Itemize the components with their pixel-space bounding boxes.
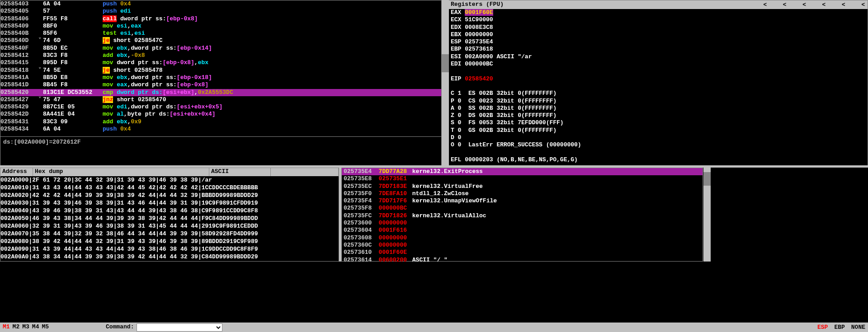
stack-row[interactable]: 025735F47DD717F6 kernel32.UnmapViewOfFil… <box>342 197 703 205</box>
hex-row[interactable]: 002A0060|32 39 31 39|43 39 46 39|38 39 3… <box>0 222 339 230</box>
stack-panel[interactable]: 025735E47DD77A28 kernel32.ExitProcess025… <box>341 168 703 262</box>
command-label: Command: <box>106 323 134 332</box>
stack-row[interactable]: 0257361400600200 ASCII "/ " <box>342 257 703 264</box>
disasm-row[interactable]: 02585415 895D F8mov dword ptr ss:[ebp-0x… <box>0 59 441 66</box>
registers-panel[interactable]: Registers (FPU) < < < < < < EAX 0001F60E… <box>448 0 868 167</box>
flag-row[interactable]: Z 0 DS 002B 32bit 0(FFFFFFFF) <box>451 112 865 119</box>
register-row[interactable]: EDI 000000BC <box>451 61 865 68</box>
hex-row[interactable]: 002A0070|35 38 44 39|32 39 32 38|46 44 3… <box>0 230 339 238</box>
disasm-row[interactable]: 02585431 83C3 09add ebx,0x9 <box>0 118 441 126</box>
hex-row[interactable]: 002A0020|42 42 42 44|44 39 39 39|38 39 4… <box>0 192 339 199</box>
stack-row[interactable]: 025735E8025735E1 <box>342 175 703 182</box>
command-input[interactable] <box>137 323 222 332</box>
disasm-row[interactable]: 02585429 8B7C1E 05mov edi,dword ptr ds:[… <box>0 103 441 111</box>
register-row[interactable]: ESI 002A0000 ASCII "/ar <box>451 53 865 61</box>
ebp-indicator[interactable]: EBP <box>834 324 844 331</box>
flag-row[interactable]: P 0 CS 0023 32bit 0(FFFFFFFF) <box>451 98 865 105</box>
disassembly-panel[interactable]: 02585403 6A 04push 0x402585405 57push ed… <box>0 0 442 137</box>
flag-row[interactable]: D 0 <box>451 134 865 141</box>
stack-row[interactable]: 025735F07DE8FA10 ntdll_12.ZwClose <box>342 190 703 197</box>
disasm-row[interactable]: 0258540D˅74 6Dje short 0258547C <box>0 37 441 44</box>
disasm-row[interactable]: 02585409 8BF0mov esi,eax <box>0 23 441 30</box>
disasm-row[interactable]: 02585403 6A 04push 0x4 <box>0 0 441 8</box>
disasm-row[interactable]: 02585405 57push edi <box>0 8 441 15</box>
chevron-left-icon[interactable]: < <box>822 1 826 8</box>
chevron-left-icon[interactable]: < <box>802 1 806 8</box>
hex-row[interactable]: 002A0030|31 39 43 39|46 39 38 39|31 43 4… <box>0 199 339 207</box>
register-row[interactable]: ESP 025735E4 <box>451 38 865 46</box>
hex-row[interactable]: 002A00A0|43 38 34 44|44 39 39 39|38 39 4… <box>0 253 339 261</box>
registers-title: Registers (FPU) < < < < < < <box>448 0 868 9</box>
stack-row[interactable]: 025736040001F616 <box>342 227 703 234</box>
stack-row[interactable]: 025735F8000000BC <box>342 205 703 212</box>
disasm-row[interactable]: 0258541D 8B45 F8mov eax,dword ptr ss:[eb… <box>0 81 441 89</box>
register-row[interactable]: ECX 51C90000 <box>451 16 865 23</box>
stack-row[interactable]: 0257360C00000000 <box>342 242 703 249</box>
disasm-row[interactable]: 02585412 83C3 F8add ebx,-0x8 <box>0 52 441 59</box>
stack-row[interactable]: 025735FC7DD71826 kernel32.VirtualAlloc <box>342 212 703 220</box>
disasm-row[interactable]: 0258541A 8B5D E8mov ebx,dword ptr ss:[eb… <box>0 74 441 81</box>
hex-row[interactable]: 002A0080|38 39 42 44|44 44 32 39|31 39 4… <box>0 238 339 245</box>
flag-row[interactable]: O 0 LastErr ERROR_SUCCESS (00000000) <box>451 141 865 149</box>
marker-m4[interactable]: M4 <box>32 323 39 332</box>
register-row[interactable]: EBP 02573618 <box>451 46 865 53</box>
hex-row[interactable]: 002A0050|46 39 43 38|34 44 44 39|39 39 3… <box>0 215 339 222</box>
disasm-row[interactable]: 02585420 813C1E DC53552cmp dword ptr ds:… <box>0 89 441 96</box>
status-bar: M1 M2 M3 M4 M5 Command: ESP EBP NONE <box>0 323 868 332</box>
nav-arrows[interactable]: < < < < < < <box>750 1 865 9</box>
stack-row[interactable]: 025735E47DD77A28 kernel32.ExitProcess <box>342 168 703 175</box>
chevron-left-icon[interactable]: < <box>763 1 767 8</box>
stack-row[interactable]: 025735EC7DD7183E kernel32.VirtualFree <box>342 183 703 190</box>
flag-row[interactable]: A 0 SS 002B 32bit 0(FFFFFFFF) <box>451 105 865 112</box>
flag-row[interactable]: S 0 FS 0053 32bit 7EFDD000(FFF) <box>451 119 865 126</box>
marker-m3[interactable]: M3 <box>22 323 29 332</box>
hexdump-header: Address Hex dump ASCII <box>0 168 339 176</box>
hexdump-panel[interactable]: Address Hex dump ASCII 002A0000|2F 61 72… <box>0 168 339 262</box>
chevron-left-icon[interactable]: < <box>783 1 787 8</box>
marker-m2[interactable]: M2 <box>13 323 20 332</box>
esp-indicator[interactable]: ESP <box>817 324 828 331</box>
chevron-left-icon[interactable]: < <box>842 1 845 8</box>
hex-row[interactable]: 002A0000|2F 61 72 20|3C 44 32 39|31 39 4… <box>0 176 339 184</box>
hex-row[interactable]: 002A0040|43 39 46 39|38 39 31 43|43 44 4… <box>0 207 339 215</box>
hex-row[interactable]: 002A0010|31 43 43 44|44 43 43 43|42 44 4… <box>0 184 339 192</box>
disasm-row[interactable]: 0258540B 85F6test esi,esi <box>0 30 441 37</box>
register-row[interactable]: EDX 0008E3C8 <box>451 24 865 31</box>
scrollbar[interactable] <box>703 168 711 262</box>
scrollbar[interactable] <box>442 0 449 167</box>
disasm-row[interactable]: 0258540F 8B5D ECmov ebx,dword ptr ss:[eb… <box>0 45 441 52</box>
register-row[interactable]: EBX 00000000 <box>451 31 865 38</box>
disasm-row[interactable]: 02585406 FF55 F8call dword ptr ss:[ebp-0… <box>0 15 441 23</box>
chevron-left-icon[interactable]: < <box>861 1 865 8</box>
marker-m1[interactable]: M1 <box>3 323 10 332</box>
disasm-row[interactable]: 02585418˅74 5Eje short 02585478 <box>0 67 441 74</box>
disasm-row[interactable]: 02585427˅75 47jnz short 02585470 <box>0 96 441 103</box>
marker-m5[interactable]: M5 <box>42 323 49 332</box>
disasm-row[interactable]: 02585434 6A 04push 0x4 <box>0 126 441 133</box>
disasm-info: ds:[002A0000]=2072612F <box>0 137 442 167</box>
register-row[interactable]: EAX 0001F60E <box>451 9 865 16</box>
stack-row[interactable]: 0257360800000000 <box>342 234 703 242</box>
flag-row[interactable]: C 1 ES 002B 32bit 0(FFFFFFFF) <box>451 90 865 97</box>
stack-row[interactable]: 025736100001F60E <box>342 249 703 256</box>
flag-row[interactable]: T 0 GS 002B 32bit 0(FFFFFFFF) <box>451 127 865 134</box>
none-indicator[interactable]: NONE <box>851 324 865 331</box>
disasm-row[interactable]: 0258542D 8A441E 04mov al,byte ptr ds:[es… <box>0 111 441 118</box>
stack-row[interactable]: 0257360000000000 <box>342 220 703 227</box>
hex-row[interactable]: 002A0090|31 43 39 44|44 43 43 44|44 39 4… <box>0 245 339 253</box>
